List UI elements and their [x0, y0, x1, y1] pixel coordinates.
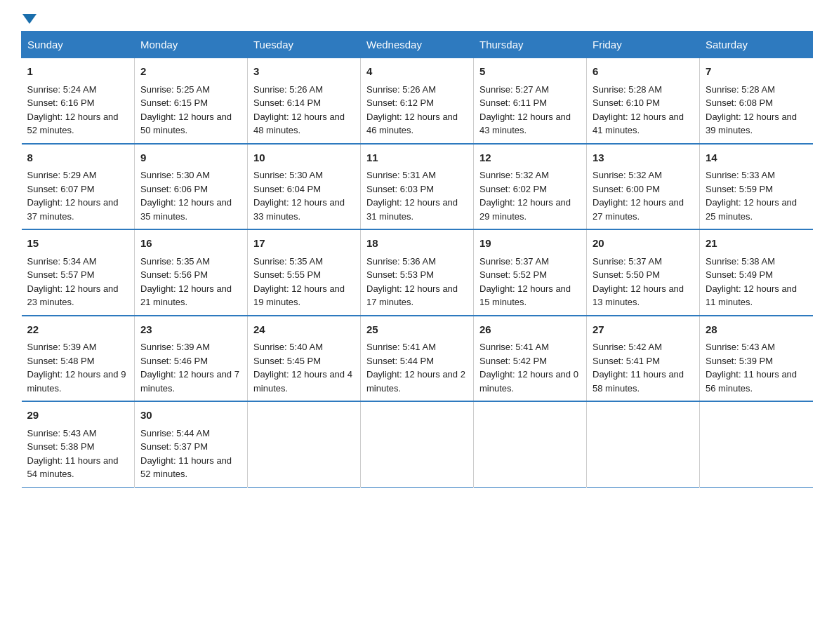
calendar-cell: 20Sunrise: 5:37 AMSunset: 5:50 PMDayligh… — [587, 229, 700, 316]
logo-arrow-icon — [22, 14, 37, 24]
day-number: 6 — [593, 64, 694, 80]
header-tuesday: Tuesday — [248, 32, 361, 58]
daylight-text: Daylight: 12 hours and 48 minutes. — [253, 112, 345, 136]
daylight-text: Daylight: 12 hours and 46 minutes. — [366, 112, 458, 136]
week-row-1: 8Sunrise: 5:29 AMSunset: 6:07 PMDaylight… — [22, 144, 813, 230]
sunset-text: Sunset: 5:46 PM — [140, 356, 208, 366]
daylight-text: Daylight: 12 hours and 9 minutes. — [27, 369, 126, 394]
sunset-text: Sunset: 6:03 PM — [366, 184, 434, 194]
sunrise-text: Sunrise: 5:32 AM — [593, 170, 662, 180]
sunrise-text: Sunrise: 5:41 AM — [366, 342, 436, 352]
calendar-cell: 21Sunrise: 5:38 AMSunset: 5:49 PMDayligh… — [700, 229, 813, 316]
day-number: 27 — [593, 322, 694, 338]
calendar-cell: 13Sunrise: 5:32 AMSunset: 6:00 PMDayligh… — [587, 144, 700, 230]
day-number: 10 — [253, 150, 355, 166]
sunset-text: Sunset: 5:38 PM — [27, 441, 95, 452]
sunset-text: Sunset: 6:00 PM — [593, 184, 660, 194]
sunrise-text: Sunrise: 5:32 AM — [479, 170, 549, 180]
day-number: 11 — [366, 150, 468, 166]
sunset-text: Sunset: 5:41 PM — [593, 356, 660, 366]
daylight-text: Daylight: 12 hours and 4 minutes. — [253, 369, 352, 394]
header-monday: Monday — [135, 32, 248, 58]
sunrise-text: Sunrise: 5:36 AM — [366, 256, 436, 267]
sunrise-text: Sunrise: 5:42 AM — [593, 342, 662, 352]
sunset-text: Sunset: 6:12 PM — [366, 98, 434, 108]
sunrise-text: Sunrise: 5:30 AM — [140, 170, 210, 180]
calendar-cell: 28Sunrise: 5:43 AMSunset: 5:39 PMDayligh… — [700, 316, 813, 402]
sunrise-text: Sunrise: 5:25 AM — [140, 84, 210, 95]
sunset-text: Sunset: 6:08 PM — [706, 98, 773, 108]
day-number: 17 — [253, 236, 355, 252]
daylight-text: Daylight: 12 hours and 31 minutes. — [366, 197, 458, 222]
sunset-text: Sunset: 6:06 PM — [140, 184, 208, 194]
sunrise-text: Sunrise: 5:27 AM — [479, 84, 549, 95]
calendar-cell: 15Sunrise: 5:34 AMSunset: 5:57 PMDayligh… — [22, 229, 135, 316]
day-number: 30 — [140, 408, 241, 424]
daylight-text: Daylight: 12 hours and 35 minutes. — [140, 197, 232, 222]
sunrise-text: Sunrise: 5:38 AM — [706, 256, 775, 267]
calendar-cell: 19Sunrise: 5:37 AMSunset: 5:52 PMDayligh… — [474, 229, 587, 316]
day-number: 1 — [27, 64, 129, 80]
calendar-cell: 3Sunrise: 5:26 AMSunset: 6:14 PMDaylight… — [248, 58, 361, 144]
calendar-cell: 10Sunrise: 5:30 AMSunset: 6:04 PMDayligh… — [248, 144, 361, 230]
sunrise-text: Sunrise: 5:44 AM — [140, 428, 210, 438]
calendar-cell: 27Sunrise: 5:42 AMSunset: 5:41 PMDayligh… — [587, 316, 700, 402]
header-sunday: Sunday — [22, 32, 135, 58]
sunrise-text: Sunrise: 5:33 AM — [706, 170, 775, 180]
sunrise-text: Sunrise: 5:39 AM — [140, 342, 210, 352]
sunset-text: Sunset: 5:45 PM — [253, 356, 321, 366]
daylight-text: Daylight: 11 hours and 56 minutes. — [706, 369, 797, 394]
calendar-cell — [587, 401, 700, 487]
sunset-text: Sunset: 6:10 PM — [593, 98, 660, 108]
daylight-text: Daylight: 12 hours and 27 minutes. — [593, 197, 684, 222]
day-number: 16 — [140, 236, 241, 252]
calendar-body: 1Sunrise: 5:24 AMSunset: 6:16 PMDaylight… — [22, 58, 813, 488]
sunset-text: Sunset: 5:55 PM — [253, 269, 321, 280]
day-number: 20 — [593, 236, 694, 252]
page-header — [21, 14, 813, 24]
day-number: 29 — [27, 408, 129, 424]
sunset-text: Sunset: 5:44 PM — [366, 356, 434, 366]
calendar-cell: 6Sunrise: 5:28 AMSunset: 6:10 PMDaylight… — [587, 58, 700, 144]
calendar-cell: 1Sunrise: 5:24 AMSunset: 6:16 PMDaylight… — [22, 58, 135, 144]
sunrise-text: Sunrise: 5:37 AM — [479, 256, 549, 267]
calendar-cell: 25Sunrise: 5:41 AMSunset: 5:44 PMDayligh… — [361, 316, 474, 402]
calendar-cell: 5Sunrise: 5:27 AMSunset: 6:11 PMDaylight… — [474, 58, 587, 144]
week-row-0: 1Sunrise: 5:24 AMSunset: 6:16 PMDaylight… — [22, 58, 813, 144]
logo-text — [21, 14, 38, 24]
header-wednesday: Wednesday — [361, 32, 474, 58]
day-number: 15 — [27, 236, 129, 252]
week-row-3: 22Sunrise: 5:39 AMSunset: 5:48 PMDayligh… — [22, 316, 813, 402]
daylight-text: Daylight: 12 hours and 7 minutes. — [140, 369, 239, 394]
day-number: 14 — [706, 150, 807, 166]
calendar-cell: 4Sunrise: 5:26 AMSunset: 6:12 PMDaylight… — [361, 58, 474, 144]
calendar-cell: 8Sunrise: 5:29 AMSunset: 6:07 PMDaylight… — [22, 144, 135, 230]
daylight-text: Daylight: 11 hours and 54 minutes. — [27, 455, 119, 480]
calendar-table: SundayMondayTuesdayWednesdayThursdayFrid… — [21, 31, 813, 488]
sunset-text: Sunset: 6:15 PM — [140, 98, 208, 108]
daylight-text: Daylight: 12 hours and 41 minutes. — [593, 112, 684, 136]
sunset-text: Sunset: 5:56 PM — [140, 269, 208, 280]
daylight-text: Daylight: 12 hours and 2 minutes. — [366, 369, 465, 394]
calendar-cell: 16Sunrise: 5:35 AMSunset: 5:56 PMDayligh… — [135, 229, 248, 316]
sunrise-text: Sunrise: 5:43 AM — [706, 342, 775, 352]
calendar-cell — [474, 401, 587, 487]
daylight-text: Daylight: 12 hours and 25 minutes. — [706, 197, 797, 222]
day-number: 5 — [479, 64, 581, 80]
day-number: 2 — [140, 64, 241, 80]
calendar-cell: 26Sunrise: 5:41 AMSunset: 5:42 PMDayligh… — [474, 316, 587, 402]
sunrise-text: Sunrise: 5:29 AM — [27, 170, 97, 180]
sunset-text: Sunset: 5:48 PM — [27, 356, 95, 366]
daylight-text: Daylight: 12 hours and 21 minutes. — [140, 283, 232, 308]
sunset-text: Sunset: 6:02 PM — [479, 184, 547, 194]
sunset-text: Sunset: 5:50 PM — [593, 269, 660, 280]
sunset-text: Sunset: 6:14 PM — [253, 98, 321, 108]
sunrise-text: Sunrise: 5:39 AM — [27, 342, 97, 352]
sunrise-text: Sunrise: 5:35 AM — [253, 256, 323, 267]
calendar-cell: 29Sunrise: 5:43 AMSunset: 5:38 PMDayligh… — [22, 401, 135, 487]
calendar-cell: 23Sunrise: 5:39 AMSunset: 5:46 PMDayligh… — [135, 316, 248, 402]
calendar-cell: 24Sunrise: 5:40 AMSunset: 5:45 PMDayligh… — [248, 316, 361, 402]
day-number: 28 — [706, 322, 807, 338]
calendar-cell: 11Sunrise: 5:31 AMSunset: 6:03 PMDayligh… — [361, 144, 474, 230]
daylight-text: Daylight: 12 hours and 52 minutes. — [27, 112, 119, 136]
